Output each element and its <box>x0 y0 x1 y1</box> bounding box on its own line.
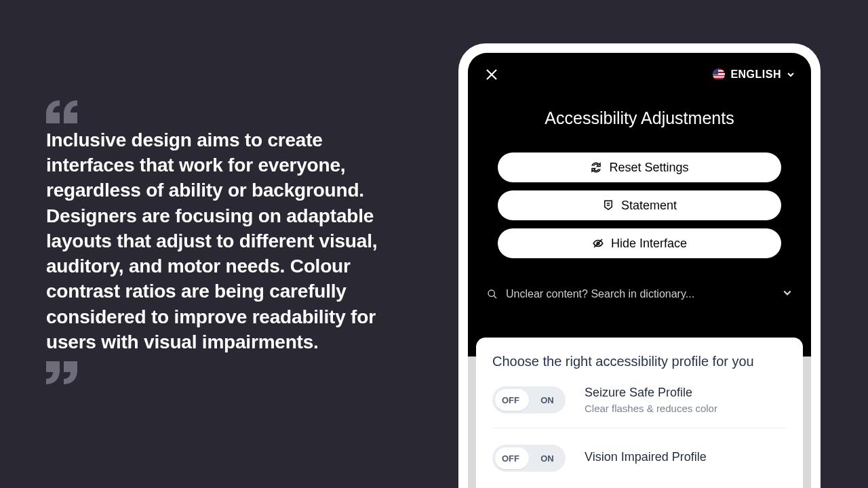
phone-screen: ENGLISH Accessibility Adjustments Reset … <box>468 53 811 488</box>
reset-settings-label: Reset Settings <box>609 161 688 175</box>
statement-label: Statement <box>621 199 677 213</box>
toggle-off-label: OFF <box>492 453 529 464</box>
phone-mockup: ENGLISH Accessibility Adjustments Reset … <box>458 43 821 488</box>
language-label: ENGLISH <box>730 68 781 81</box>
chevron-down-icon <box>783 288 792 300</box>
profile-name: Seizure Safe Profile <box>585 386 717 400</box>
quote-close-icon <box>46 361 412 384</box>
accessibility-panel: ENGLISH Accessibility Adjustments Reset … <box>468 53 811 357</box>
statement-button[interactable]: Statement <box>498 190 781 220</box>
badge-icon <box>602 199 614 211</box>
dictionary-search[interactable]: Unclear content? Search in dictionary... <box>484 288 795 300</box>
hide-interface-button[interactable]: Hide Interface <box>498 228 781 258</box>
quote-open-icon <box>46 100 412 123</box>
profiles-heading: Choose the right accessibility profile f… <box>492 354 787 369</box>
profiles-card: Choose the right accessibility profile f… <box>476 338 803 488</box>
profile-desc: Clear flashes & reduces color <box>585 403 717 414</box>
profile-toggle[interactable]: OFF ON <box>492 445 566 472</box>
close-button[interactable] <box>484 67 499 82</box>
quote-block: Inclusive design aims to create interfac… <box>46 100 412 384</box>
svg-point-1 <box>488 290 494 296</box>
toggle-on-label: ON <box>529 453 566 464</box>
hide-interface-label: Hide Interface <box>611 237 687 251</box>
toggle-on-label: ON <box>529 395 566 405</box>
search-icon <box>487 289 498 300</box>
profile-name: Vision Impaired Profile <box>585 450 707 464</box>
panel-title: Accessibility Adjustments <box>484 108 795 128</box>
flag-us-icon <box>713 68 725 81</box>
quote-text: Inclusive design aims to create interfac… <box>46 127 412 354</box>
reset-settings-button[interactable]: Reset Settings <box>498 152 781 182</box>
refresh-icon <box>590 161 602 174</box>
eye-off-icon <box>592 237 604 249</box>
toggle-off-label: OFF <box>492 395 529 405</box>
panel-button-group: Reset Settings Statement Hide Interface <box>484 152 795 258</box>
profile-toggle[interactable]: OFF ON <box>492 386 566 413</box>
profile-row: OFF ON Vision Impaired Profile <box>492 428 787 485</box>
language-selector[interactable]: ENGLISH <box>713 68 795 81</box>
chevron-down-icon <box>787 70 795 79</box>
profile-row: OFF ON Seizure Safe Profile Clear flashe… <box>492 369 787 428</box>
dictionary-search-placeholder: Unclear content? Search in dictionary... <box>506 288 774 300</box>
